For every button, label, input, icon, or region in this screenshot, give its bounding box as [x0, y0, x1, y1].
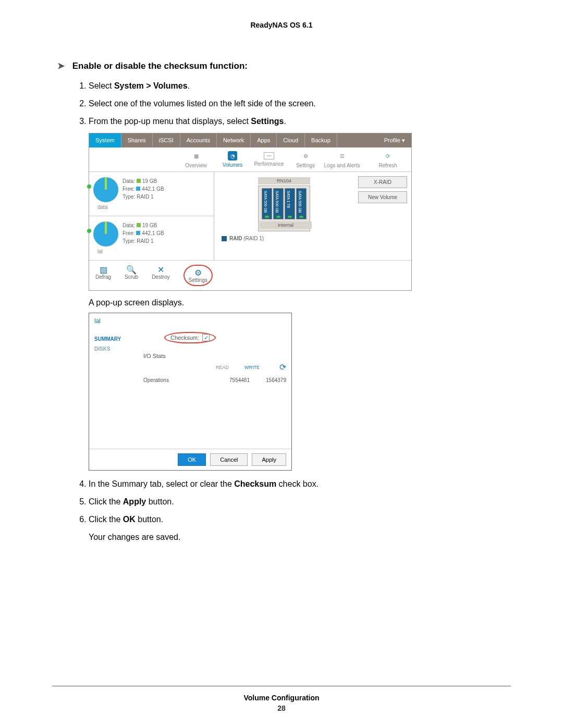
write-header: WRITE	[244, 365, 260, 370]
read-header: READ	[216, 365, 229, 370]
step-3: From the pop-up menu that displays, sele…	[89, 115, 506, 128]
footer-title: Volume Configuration	[0, 694, 563, 702]
pie-icon: data	[93, 177, 118, 202]
tab-apps[interactable]: Apps	[251, 133, 277, 147]
volume-toolbar: ▧Defrag 🔍Scrub ✕Destroy ⚙Settings	[89, 260, 411, 290]
apply-button[interactable]: Apply	[252, 453, 286, 466]
volume-item-lal[interactable]: lal Data:19 GB Free:442.1 GB Type: RAID …	[89, 216, 214, 260]
device-label: RN104	[258, 177, 310, 184]
step-6: Click the OK button.	[89, 513, 506, 526]
drive-bay[interactable]: SATA 500 GB	[273, 188, 284, 219]
iostats-label: I/O Stats	[143, 353, 286, 359]
profile-menu[interactable]: Profile ▾	[378, 133, 411, 147]
checksum-checkbox[interactable]: ✓	[202, 334, 210, 341]
dialog-title: lal	[89, 313, 291, 329]
drive-bay[interactable]: SATA 1 TB	[285, 188, 295, 219]
xraid-button[interactable]: X-RAID	[358, 176, 407, 188]
defrag-button[interactable]: ▧Defrag	[95, 265, 111, 286]
drive-bay[interactable]: SATA 500 GB	[262, 188, 272, 219]
scrub-icon: 🔍	[126, 265, 137, 274]
popup-caption: A pop-up screen displays.	[89, 298, 506, 307]
volume-list: data Data:19 GB Free:442.1 GB Type: RAID…	[89, 172, 214, 260]
main-tabs: System Shares iSCSI Accounts Network App…	[89, 133, 411, 147]
sidebar-item-disks[interactable]: DISKS	[93, 344, 137, 354]
doc-header: ReadyNAS OS 6.1	[57, 21, 506, 29]
tab-network[interactable]: Network	[217, 133, 251, 147]
volumes-icon: ◔	[228, 151, 237, 161]
subnav-overview[interactable]: ▦ Overview	[178, 151, 214, 168]
page-footer: Volume Configuration 28	[0, 686, 563, 712]
tab-accounts[interactable]: Accounts	[180, 133, 217, 147]
refresh-button[interactable]: ⟳ Refresh	[370, 151, 406, 168]
step-4: In the Summary tab, select or clear the …	[89, 478, 506, 490]
operations-read-value: 7554481	[213, 377, 250, 383]
result-text: Your changes are saved.	[89, 531, 506, 544]
new-volume-button[interactable]: New Volume	[358, 191, 407, 203]
list-icon: ☰	[337, 151, 347, 161]
refresh-icon[interactable]: ⟳	[279, 362, 286, 372]
subnav-settings[interactable]: ⚙ Settings	[287, 151, 324, 168]
step-2: Select one of the volumes listed on the …	[89, 97, 506, 110]
destroy-icon: ✕	[157, 265, 164, 274]
pie-icon: lal	[93, 221, 118, 246]
page-number: 28	[0, 704, 563, 712]
overview-icon: ▦	[191, 151, 201, 161]
destroy-button[interactable]: ✕Destroy	[152, 265, 169, 286]
subnav-volumes[interactable]: ◔ Volumes	[214, 151, 251, 168]
tab-backup[interactable]: Backup	[305, 133, 337, 147]
refresh-icon: ⟳	[383, 151, 393, 161]
internal-label: Internal	[260, 221, 312, 229]
checksum-label: Checksum:	[170, 335, 199, 341]
subnav-performance[interactable]: 〰 Performance	[251, 152, 287, 167]
dialog-sidebar: SUMMARY DISKS	[89, 329, 141, 449]
cancel-button[interactable]: Cancel	[210, 453, 248, 466]
scrub-button[interactable]: 🔍Scrub	[125, 265, 138, 286]
subnav-logs[interactable]: ☰ Logs and Alerts	[324, 151, 360, 168]
defrag-icon: ▧	[100, 265, 107, 274]
step-5: Click the Apply button.	[89, 496, 506, 508]
tab-shares[interactable]: Shares	[121, 133, 153, 147]
section-title-text: Enable or disable the checksum function:	[72, 61, 248, 71]
checksum-checkbox-wrap: Checksum: ✓	[164, 332, 216, 343]
tab-cloud[interactable]: Cloud	[277, 133, 305, 147]
tab-iscsi[interactable]: iSCSI	[153, 133, 180, 147]
screenshot-system-volumes: System Shares iSCSI Accounts Network App…	[89, 133, 412, 291]
sub-nav: ▦ Overview ◔ Volumes 〰 Performance ⚙ Set…	[89, 147, 411, 172]
sidebar-item-summary[interactable]: SUMMARY	[93, 334, 137, 344]
ok-button[interactable]: OK	[178, 453, 206, 466]
raid-legend: RAID (RAID 1)	[222, 236, 349, 241]
operations-label: Operations	[143, 377, 213, 383]
drive-cage: SATA 500 GB SATA 500 GB SATA 1 TB SATA 5…	[258, 186, 310, 231]
volume-item-data[interactable]: data Data:19 GB Free:442.1 GB Type: RAID…	[89, 172, 214, 216]
screenshot-settings-dialog: lal SUMMARY DISKS Checksum: ✓ I/O Stats …	[89, 313, 292, 471]
drive-bay[interactable]: SATA 500 GB	[296, 188, 307, 219]
gear-icon: ⚙	[300, 151, 311, 161]
performance-icon: 〰	[264, 152, 274, 159]
settings-button[interactable]: ⚙Settings	[183, 265, 213, 286]
tab-system[interactable]: System	[89, 133, 121, 147]
operations-write-value: 1564379	[250, 377, 286, 383]
arrow-icon: ➤	[57, 61, 65, 71]
step-1: Select System > Volumes.	[89, 80, 506, 92]
section-title: ➤ Enable or disable the checksum functio…	[57, 60, 506, 71]
device-view: RN104 SATA 500 GB SATA 500 GB SATA 1 TB …	[214, 172, 354, 260]
gear-icon: ⚙	[194, 268, 202, 277]
